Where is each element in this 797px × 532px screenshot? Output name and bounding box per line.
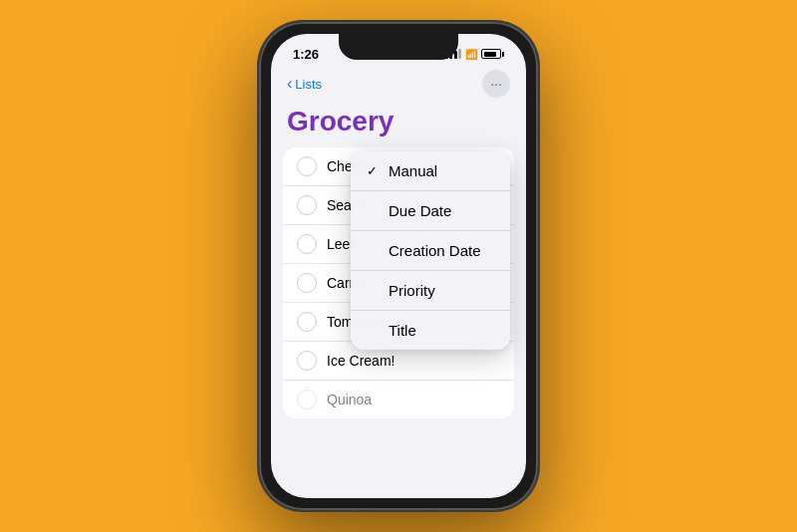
sort-option-label: Manual [389,162,437,179]
sort-option-label: Due Date [389,202,451,219]
checkbox-sea-salt[interactable] [297,195,317,215]
checkbox-quinoa[interactable] [297,390,317,409]
nav-bar: ‹ Lists ··· [271,68,526,104]
checkbox-cheese[interactable] [297,156,317,176]
sort-option-manual[interactable]: ✓ Manual [351,151,510,191]
ellipsis-icon: ··· [490,76,502,92]
nav-back-label: Lists [295,77,322,92]
wifi-icon: 📶 [465,49,477,60]
sort-option-creation-date[interactable]: Creation Date [351,231,510,271]
notch [339,34,458,60]
chevron-left-icon: ‹ [287,76,292,92]
nav-action-button[interactable]: ··· [482,70,510,98]
checkbox-ice-cream[interactable] [297,351,317,371]
page-title: Grocery [271,104,526,147]
sort-option-label: Priority [389,282,435,299]
phone-screen: 1:26 📶 ‹ [271,34,526,498]
phone-wrapper: 1:26 📶 ‹ [259,22,538,510]
sort-option-priority[interactable]: Priority [351,271,510,311]
sort-option-due-date[interactable]: Due Date [351,191,510,231]
list-item[interactable]: Quinoa [283,381,514,418]
item-label: Quinoa [327,392,372,407]
sort-option-label: Title [389,322,416,339]
sort-option-title[interactable]: Title [351,311,510,350]
checkbox-leeks[interactable] [297,234,317,254]
phone-frame: 1:26 📶 ‹ [259,22,538,510]
sort-option-label: Creation Date [389,242,481,259]
sort-dropdown-menu: ✓ Manual Due Date Creation Date Priority [351,151,510,350]
status-time: 1:26 [293,47,319,62]
checkbox-carrots[interactable] [297,273,317,293]
item-label: Ice Cream! [327,353,395,369]
battery-icon [481,49,504,59]
checkbox-tomatoes[interactable] [297,312,317,332]
check-icon: ✓ [367,163,381,178]
nav-back-button[interactable]: ‹ Lists [287,76,322,92]
